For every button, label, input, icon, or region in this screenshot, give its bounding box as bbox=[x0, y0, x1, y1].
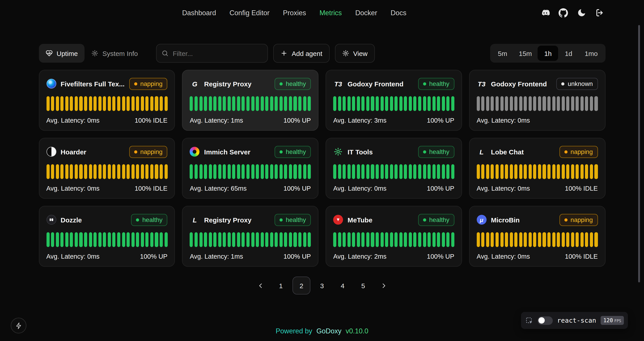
uptime-bars bbox=[477, 96, 598, 111]
plus-icon bbox=[280, 50, 288, 57]
next-page-button[interactable] bbox=[375, 276, 393, 294]
uptime-label: 100% UP bbox=[284, 253, 311, 260]
gear-icon bbox=[342, 50, 349, 57]
lightning-icon bbox=[15, 322, 22, 329]
status-badge: healthy bbox=[418, 146, 454, 158]
nav-item-config-editor[interactable]: Config Editor bbox=[230, 9, 270, 17]
scrollbar-thumb[interactable] bbox=[638, 25, 640, 282]
uptime-label: 100% UP bbox=[427, 253, 454, 260]
quick-actions-button[interactable] bbox=[11, 318, 26, 333]
uptime-card-dozzle[interactable]: DozzlehealthyAvg. Latency: 0ms100% UP bbox=[39, 206, 175, 267]
range-1h[interactable]: 1h bbox=[538, 46, 558, 61]
nav-item-proxies[interactable]: Proxies bbox=[283, 9, 306, 17]
theme-moon-icon[interactable] bbox=[577, 8, 586, 18]
status-dot bbox=[280, 82, 283, 85]
status-badge: napping bbox=[559, 214, 598, 226]
page-4[interactable]: 4 bbox=[334, 276, 352, 294]
version-link[interactable]: v0.10.0 bbox=[346, 327, 368, 335]
uptime-bars bbox=[477, 164, 598, 179]
nav-item-docs[interactable]: Docs bbox=[391, 9, 406, 17]
github-icon[interactable] bbox=[558, 8, 568, 18]
tab-system-info[interactable]: System Info bbox=[84, 44, 144, 63]
range-15m[interactable]: 15m bbox=[513, 46, 538, 61]
latency-label: Avg. Latency: 1ms bbox=[190, 253, 243, 260]
latency-label: Avg. Latency: 0ms bbox=[46, 185, 100, 192]
status-dot bbox=[134, 82, 137, 85]
status-dot bbox=[134, 150, 137, 153]
uptime-bars bbox=[46, 96, 168, 111]
uptime-bars bbox=[190, 232, 311, 247]
header: DashboardConfig EditorProxiesMetricsDock… bbox=[0, 0, 644, 26]
nav-item-dashboard[interactable]: Dashboard bbox=[182, 9, 216, 17]
page-1[interactable]: 1 bbox=[272, 276, 290, 294]
status-badge: napping bbox=[129, 78, 168, 90]
tab-uptime[interactable]: Uptime bbox=[39, 44, 84, 63]
discord-icon[interactable] bbox=[540, 8, 550, 18]
uptime-card-registry-proxy[interactable]: GRegistry ProxyhealthyAvg. Latency: 1ms1… bbox=[182, 70, 318, 131]
page-3[interactable]: 3 bbox=[313, 276, 331, 294]
uptime-label: 100% UP bbox=[427, 185, 454, 192]
status-label: healthy bbox=[286, 80, 306, 87]
card-title: IT Tools bbox=[348, 148, 373, 156]
uptime-card-hoarder[interactable]: HoardernappingAvg. Latency: 0ms100% IDLE bbox=[39, 138, 175, 199]
status-dot bbox=[564, 150, 567, 153]
status-badge: napping bbox=[129, 146, 168, 158]
uptime-card-godoxy-frontend[interactable]: T3Godoxy FrontendunknownAvg. Latency: 0m… bbox=[469, 70, 605, 131]
uptime-label: 100% IDLE bbox=[565, 185, 598, 192]
page-2[interactable]: 2 bbox=[292, 276, 310, 294]
prev-page-button[interactable] bbox=[251, 276, 269, 294]
card-title: Lobe Chat bbox=[491, 148, 524, 156]
uptime-card-it-tools[interactable]: IT ToolshealthyAvg. Latency: 0ms100% UP bbox=[326, 138, 462, 199]
status-dot bbox=[423, 82, 426, 85]
uptime-card-godoxy-frontend[interactable]: T3Godoxy FrontendhealthyAvg. Latency: 3m… bbox=[326, 70, 462, 131]
latency-label: Avg. Latency: 0ms bbox=[46, 117, 100, 124]
status-dot bbox=[136, 218, 139, 221]
status-dot bbox=[280, 218, 283, 221]
uptime-card-microbin[interactable]: μMicroBinnappingAvg. Latency: 0ms100% ID… bbox=[469, 206, 605, 267]
inspect-icon[interactable] bbox=[525, 317, 533, 324]
uptime-bars bbox=[333, 164, 454, 179]
logout-icon[interactable] bbox=[595, 8, 605, 18]
uptime-card-fivefilters-full-tex[interactable]: Fivefilters Full Tex...nappingAvg. Laten… bbox=[39, 70, 175, 131]
header-icons bbox=[540, 8, 605, 18]
nav-item-metrics[interactable]: Metrics bbox=[320, 9, 342, 17]
latency-label: Avg. Latency: 65ms bbox=[190, 185, 247, 192]
nav-item-docker[interactable]: Docker bbox=[355, 9, 377, 17]
status-badge: healthy bbox=[274, 214, 311, 226]
page-5[interactable]: 5 bbox=[354, 276, 372, 294]
card-title: Godoxy Frontend bbox=[348, 80, 404, 88]
status-label: unknown bbox=[568, 80, 593, 87]
status-dot bbox=[423, 218, 426, 221]
status-label: napping bbox=[140, 80, 162, 87]
uptime-card-registry-proxy[interactable]: LRegistry ProxyhealthyAvg. Latency: 1ms1… bbox=[182, 206, 318, 267]
uptime-card-metube[interactable]: ▼MeTubehealthyAvg. Latency: 2ms100% UP bbox=[326, 206, 462, 267]
range-5m[interactable]: 5m bbox=[492, 46, 513, 61]
status-label: napping bbox=[570, 148, 593, 155]
range-1d[interactable]: 1d bbox=[558, 46, 579, 61]
card-title: Immich Server bbox=[204, 148, 250, 156]
view-button[interactable]: View bbox=[335, 44, 375, 63]
app-viewport: DashboardConfig EditorProxiesMetricsDock… bbox=[0, 0, 644, 341]
app-icon: L bbox=[477, 147, 486, 157]
search-icon bbox=[162, 50, 168, 57]
latency-label: Avg. Latency: 0ms bbox=[333, 185, 386, 192]
view-label: View bbox=[353, 50, 368, 57]
status-badge: napping bbox=[559, 146, 598, 158]
status-badge: healthy bbox=[131, 214, 168, 226]
godoxy-link[interactable]: GoDoxy bbox=[316, 327, 342, 335]
uptime-card-lobe-chat[interactable]: LLobe ChatnappingAvg. Latency: 0ms100% I… bbox=[469, 138, 605, 199]
app-icon: μ bbox=[477, 215, 486, 225]
range-1mo[interactable]: 1mo bbox=[579, 46, 604, 61]
filter-input[interactable] bbox=[156, 44, 268, 63]
uptime-card-immich-server[interactable]: Immich ServerhealthyAvg. Latency: 65ms10… bbox=[182, 138, 318, 199]
heart-pulse-icon bbox=[46, 50, 52, 57]
status-label: healthy bbox=[429, 216, 449, 223]
status-badge: unknown bbox=[556, 78, 598, 90]
latency-label: Avg. Latency: 2ms bbox=[333, 253, 386, 260]
app-icon: T3 bbox=[477, 79, 486, 89]
react-scan-toggle[interactable] bbox=[537, 316, 552, 325]
uptime-bars bbox=[46, 232, 168, 247]
status-badge: healthy bbox=[274, 78, 311, 90]
filter-container bbox=[156, 44, 268, 63]
add-agent-button[interactable]: Add agent bbox=[273, 44, 330, 63]
